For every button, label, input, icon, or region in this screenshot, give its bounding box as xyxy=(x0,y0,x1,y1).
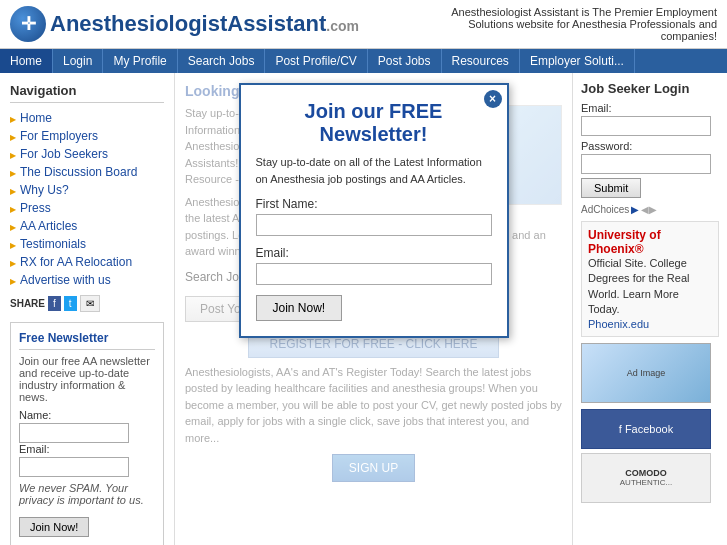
login-email-input[interactable] xyxy=(581,116,711,136)
nav-section-title: Navigation xyxy=(10,83,164,103)
sidebar-item-testimonials[interactable]: Testimonials xyxy=(10,237,164,251)
nav-search-jobs[interactable]: Search Jobs xyxy=(178,49,266,73)
modal-overlay: × Join our FREE Newsletter! Stay up-to-d… xyxy=(175,73,572,545)
modal-first-name-input[interactable] xyxy=(256,214,492,236)
sidebar-item-advertise[interactable]: Advertise with us xyxy=(10,273,164,287)
logo-brand: AnesthesiologistAssistant xyxy=(50,11,326,36)
modal-first-name-label: First Name: xyxy=(256,197,492,211)
ad-university-body: Official Site. College Degrees for the R… xyxy=(588,256,712,318)
nav-resources[interactable]: Resources xyxy=(442,49,520,73)
ad-university: University of Phoenix® Official Site. Co… xyxy=(581,221,719,337)
sidebar-item-why-us[interactable]: Why Us? xyxy=(10,183,164,197)
newsletter-modal: × Join our FREE Newsletter! Stay up-to-d… xyxy=(239,83,509,338)
ad-choices-icon: ▶ xyxy=(631,204,639,215)
sidebar-item-job-seekers[interactable]: For Job Seekers xyxy=(10,147,164,161)
spam-note: We never SPAM. Your privacy is important… xyxy=(19,482,155,506)
nav-login[interactable]: Login xyxy=(53,49,103,73)
comodo-badge: COMODO AUTHENTIC... xyxy=(581,453,711,503)
modal-close-button[interactable]: × xyxy=(484,90,502,108)
ad-nav-icon: ◀▶ xyxy=(641,204,657,215)
logo-icon: ✛ xyxy=(10,6,46,42)
logo-com: .com xyxy=(326,18,359,34)
newsletter-section: Free Newsletter Join our free AA newslet… xyxy=(10,322,164,545)
facebook-box[interactable]: f Facebook xyxy=(581,409,711,449)
right-sidebar: Job Seeker Login Email: Password: Submit… xyxy=(572,73,727,545)
modal-email-input[interactable] xyxy=(256,263,492,285)
sidebar-item-press[interactable]: Press xyxy=(10,201,164,215)
share-box: SHARE f t ✉ xyxy=(10,295,164,312)
logo[interactable]: ✛ AnesthesiologistAssistant.com xyxy=(10,6,359,42)
facebook-label: f Facebook xyxy=(619,423,673,435)
modal-email-label: Email: xyxy=(256,246,492,260)
nav-home[interactable]: Home xyxy=(0,49,53,73)
modal-join-button[interactable]: Join Now! xyxy=(256,295,343,321)
login-password-input[interactable] xyxy=(581,154,711,174)
ad-university-url[interactable]: Phoenix.edu xyxy=(588,318,712,330)
logo-text: AnesthesiologistAssistant.com xyxy=(50,11,359,37)
sidebar-item-relocation[interactable]: RX for AA Relocation xyxy=(10,255,164,269)
share-twitter[interactable]: t xyxy=(64,296,77,311)
ad-university-title: University of Phoenix® xyxy=(588,228,712,256)
sidebar-item-home[interactable]: Home xyxy=(10,111,164,125)
ad-choices-label: AdChoices xyxy=(581,204,629,215)
comodo-label: COMODO xyxy=(620,468,672,478)
share-label: SHARE xyxy=(10,298,45,309)
nav-my-profile[interactable]: My Profile xyxy=(103,49,177,73)
site-header: ✛ AnesthesiologistAssistant.com Anesthes… xyxy=(0,0,727,49)
login-submit-button[interactable]: Submit xyxy=(581,178,641,198)
share-email[interactable]: ✉ xyxy=(80,295,100,312)
comodo-sublabel: AUTHENTIC... xyxy=(620,478,672,487)
ad-image: Ad Image xyxy=(581,343,711,403)
ad-choices: AdChoices ▶ ◀▶ xyxy=(581,204,719,215)
header-tagline: Anesthesiologist Assistant is The Premie… xyxy=(437,6,717,42)
main-layout: Navigation Home For Employers For Job Se… xyxy=(0,73,727,545)
newsletter-title: Free Newsletter xyxy=(19,331,155,350)
nav-employer[interactable]: Employer Soluti... xyxy=(520,49,635,73)
share-facebook[interactable]: f xyxy=(48,296,61,311)
newsletter-email-input[interactable] xyxy=(19,457,129,477)
nav-post-profile[interactable]: Post Profile/CV xyxy=(265,49,367,73)
login-password-label: Password: xyxy=(581,140,719,152)
nav-post-jobs[interactable]: Post Jobs xyxy=(368,49,442,73)
newsletter-name-input[interactable] xyxy=(19,423,129,443)
left-sidebar: Navigation Home For Employers For Job Se… xyxy=(0,73,175,545)
modal-title: Join our FREE Newsletter! xyxy=(256,100,492,146)
login-email-label: Email: xyxy=(581,102,719,114)
name-label: Name: xyxy=(19,409,155,421)
job-seeker-login-title: Job Seeker Login xyxy=(581,81,719,96)
newsletter-join-button[interactable]: Join Now! xyxy=(19,517,89,537)
sidebar-item-discussion[interactable]: The Discussion Board xyxy=(10,165,164,179)
navbar: Home Login My Profile Search Jobs Post P… xyxy=(0,49,727,73)
center-content: Looking for Anesthesiologist Assistant j… xyxy=(175,73,572,545)
modal-desc: Stay up-to-date on all of the Latest Inf… xyxy=(256,154,492,187)
newsletter-desc: Join our free AA newsletter and receive … xyxy=(19,355,155,403)
email-label: Email: xyxy=(19,443,155,455)
sidebar-item-employers[interactable]: For Employers xyxy=(10,129,164,143)
sidebar-item-aa-articles[interactable]: AA Articles xyxy=(10,219,164,233)
